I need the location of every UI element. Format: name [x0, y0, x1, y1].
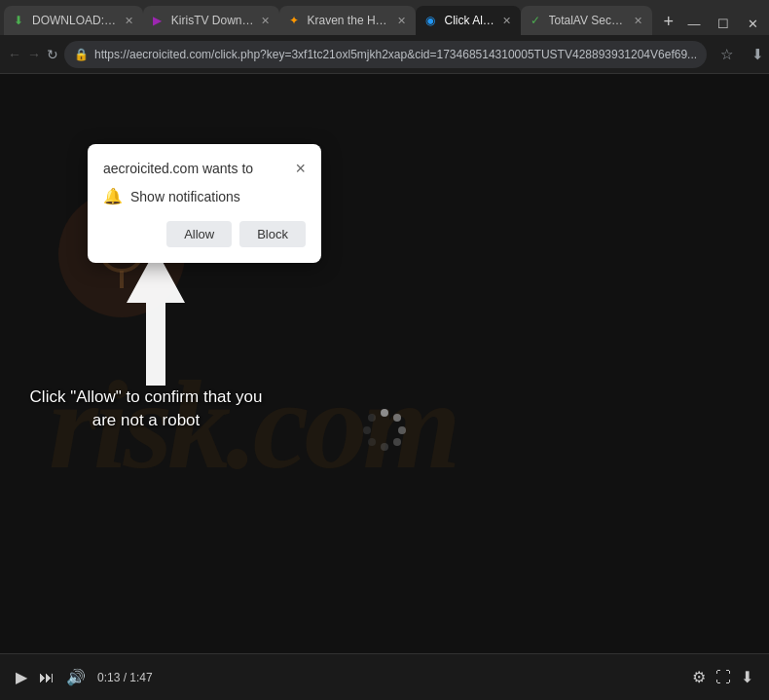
volume-button[interactable]: 🔊 — [66, 668, 86, 686]
new-tab-button[interactable]: + — [656, 8, 681, 35]
player-right-controls: ⚙ ⛶ ⬇ — [692, 668, 753, 686]
tab-title-kraven: Kraven the Hun... — [308, 14, 391, 27]
forward-button[interactable]: → — [27, 41, 41, 68]
bell-icon: 🔔 — [103, 187, 123, 205]
block-button[interactable]: Block — [239, 221, 306, 247]
instruction-text: Click "Allow" to confirm that you are no… — [29, 386, 263, 432]
tab-favicon-kiristv: ▶ — [153, 14, 166, 27]
minimize-button[interactable]: — — [681, 14, 707, 33]
allow-button[interactable]: Allow — [166, 221, 232, 247]
popup-header: aecroicited.com wants to × — [103, 160, 306, 177]
tab-bar: ⬇ DOWNLOAD: K... ✕ ▶ KirisTV Downlo... ✕… — [0, 0, 769, 35]
svg-marker-3 — [127, 249, 185, 386]
arrow-up-indicator — [117, 249, 195, 389]
svg-point-4 — [381, 409, 388, 417]
notification-popup: aecroicited.com wants to × 🔔 Show notifi… — [88, 144, 321, 263]
player-time: 0:13 / 1:47 — [97, 671, 153, 684]
svg-point-10 — [363, 426, 371, 434]
toolbar-icons: ☆ ⬇ 👤 ⋮ — [713, 41, 769, 68]
svg-point-8 — [381, 443, 388, 451]
tab-title-download: DOWNLOAD: K... — [32, 14, 118, 27]
tab-favicon-kraven: ✦ — [289, 14, 303, 27]
back-button[interactable]: ← — [8, 41, 21, 68]
tab-title-totalav: TotalAV Security — [549, 14, 627, 27]
tab-download[interactable]: ⬇ DOWNLOAD: K... ✕ — [4, 6, 143, 35]
browser-window: ⬇ DOWNLOAD: K... ✕ ▶ KirisTV Downlo... ✕… — [0, 0, 769, 700]
svg-point-9 — [368, 438, 376, 446]
popup-buttons: Allow Block — [103, 221, 306, 247]
address-bar-row: ← → ↻ 🔒 https://aecroicited.com/click.ph… — [0, 35, 769, 74]
download-player-icon[interactable]: ⬇ — [741, 668, 753, 686]
tab-close-totalav[interactable]: ✕ — [634, 15, 642, 27]
tab-title-clickallow: Click Allow — [444, 14, 494, 27]
tab-favicon-totalav: ✓ — [531, 14, 544, 27]
next-button[interactable]: ⏭ — [39, 669, 55, 686]
url-text: https://aecroicited.com/click.php?key=3x… — [94, 48, 697, 61]
tab-totalav[interactable]: ✓ TotalAV Security ✕ — [521, 6, 652, 35]
tab-title-kiristv: KirisTV Downlo... — [171, 14, 254, 27]
page-content: risk.com Click "Allow" to confirm that y… — [0, 74, 769, 653]
tab-kiristv[interactable]: ▶ KirisTV Downlo... ✕ — [143, 6, 279, 35]
popup-close-button[interactable]: × — [295, 160, 306, 177]
loading-spinner — [360, 405, 409, 458]
fullscreen-icon[interactable]: ⛶ — [715, 669, 731, 686]
tab-close-clickallow[interactable]: ✕ — [502, 15, 511, 27]
notification-label: Show notifications — [130, 189, 240, 204]
tab-favicon-download: ⬇ — [14, 14, 27, 27]
settings-icon[interactable]: ⚙ — [692, 668, 706, 686]
popup-title: aecroicited.com wants to — [103, 161, 253, 176]
svg-point-11 — [368, 414, 376, 422]
download-icon[interactable]: ⬇ — [744, 41, 769, 68]
address-bar[interactable]: 🔒 https://aecroicited.com/click.php?key=… — [64, 41, 707, 68]
close-window-button[interactable]: ✕ — [740, 14, 765, 33]
reload-button[interactable]: ↻ — [47, 41, 58, 68]
tab-close-kraven[interactable]: ✕ — [397, 15, 406, 27]
tab-close-download[interactable]: ✕ — [125, 15, 133, 27]
player-bar: ▶ ⏭ 🔊 0:13 / 1:47 ⚙ ⛶ ⬇ — [0, 653, 769, 700]
maximize-button[interactable]: ☐ — [711, 14, 736, 33]
tab-clickallow[interactable]: ◉ Click Allow ✕ — [416, 6, 520, 35]
play-button[interactable]: ▶ — [16, 668, 27, 686]
lock-icon: 🔒 — [74, 48, 89, 61]
svg-point-6 — [398, 426, 406, 434]
svg-point-7 — [393, 438, 401, 446]
tab-favicon-clickallow: ◉ — [425, 14, 439, 27]
bookmark-icon[interactable]: ☆ — [713, 41, 740, 68]
popup-notification-row: 🔔 Show notifications — [103, 187, 306, 205]
svg-point-5 — [393, 414, 401, 422]
tab-close-kiristv[interactable]: ✕ — [261, 15, 270, 27]
tab-kraven[interactable]: ✦ Kraven the Hun... ✕ — [279, 6, 417, 35]
window-controls: — ☐ ✕ — [681, 14, 765, 35]
